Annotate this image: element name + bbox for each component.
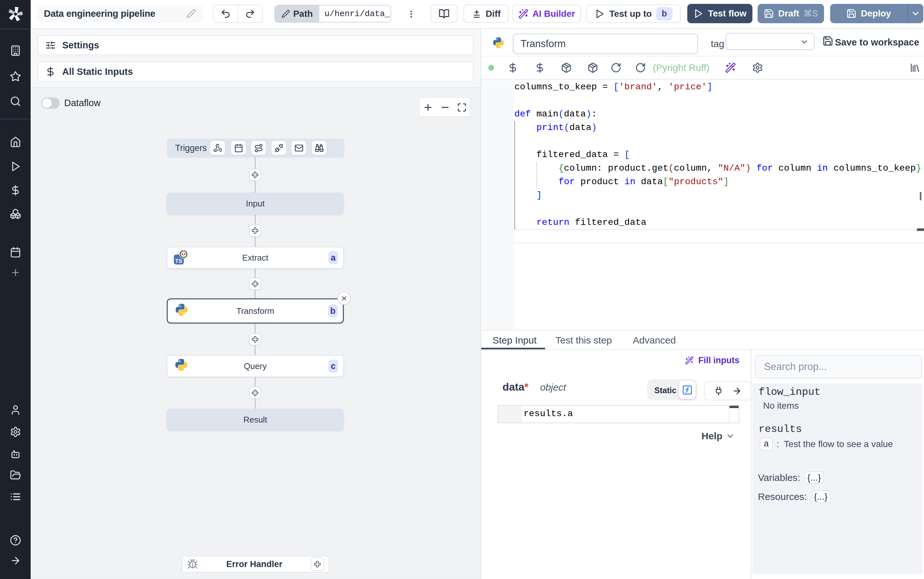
svg-text:TS: TS <box>175 258 182 264</box>
